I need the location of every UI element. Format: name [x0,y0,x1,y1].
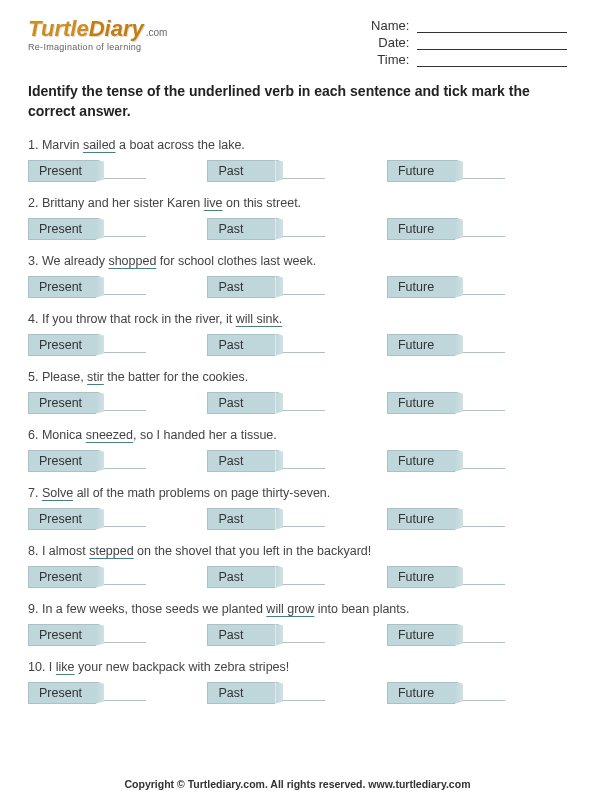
sentence-pre: Please, [42,370,87,384]
option-future-button[interactable]: Future [387,566,455,588]
option-present: Present [28,450,207,472]
option-present: Present [28,508,207,530]
option-past-button[interactable]: Past [207,392,275,414]
question-number: 9. [28,602,42,616]
option-present-button[interactable]: Present [28,566,96,588]
option-present-button[interactable]: Present [28,276,96,298]
option-present-blank[interactable] [104,508,146,527]
question-number: 6. [28,428,42,442]
date-blank[interactable] [417,36,567,50]
option-present-blank[interactable] [104,392,146,411]
option-future: Future [387,276,566,298]
question: 9. In a few weeks, those seeds we plante… [28,602,567,646]
question: 3. We already shopped for school clothes… [28,254,567,298]
question-number: 5. [28,370,42,384]
question-sentence: 8. I almost stepped on the shovel that y… [28,544,567,558]
option-future-button[interactable]: Future [387,334,455,356]
option-future-button[interactable]: Future [387,392,455,414]
option-past-button[interactable]: Past [207,450,275,472]
option-past-button[interactable]: Past [207,334,275,356]
option-past-blank[interactable] [283,276,325,295]
option-present-blank[interactable] [104,682,146,701]
option-past: Past [207,682,386,704]
name-blank[interactable] [417,19,567,33]
logo-text: Turtle Diary .com [28,18,167,40]
sentence-post: all of the math problems on page thirty-… [73,486,330,500]
options-row: PresentPastFuture [28,218,567,240]
option-present-button[interactable]: Present [28,392,96,414]
option-past-blank[interactable] [283,566,325,585]
option-past-button[interactable]: Past [207,276,275,298]
meta-name: Name: [371,18,567,33]
option-future-button[interactable]: Future [387,218,455,240]
option-future-blank[interactable] [463,218,505,237]
option-future-blank[interactable] [463,508,505,527]
option-past-button[interactable]: Past [207,682,275,704]
option-past-button[interactable]: Past [207,508,275,530]
option-present-button[interactable]: Present [28,682,96,704]
option-present-button[interactable]: Present [28,508,96,530]
sentence-pre: I [49,660,56,674]
question-number: 4. [28,312,42,326]
logo: Turtle Diary .com Re-Imagination of lear… [28,18,167,69]
option-present-blank[interactable] [104,160,146,179]
option-past-blank[interactable] [283,682,325,701]
option-present-blank[interactable] [104,218,146,237]
underlined-verb: Solve [42,486,73,500]
time-blank[interactable] [417,53,567,67]
option-past-blank[interactable] [283,624,325,643]
option-present: Present [28,392,207,414]
option-future-button[interactable]: Future [387,624,455,646]
option-future-blank[interactable] [463,392,505,411]
underlined-verb: stir [87,370,104,384]
option-present-button[interactable]: Present [28,160,96,182]
option-past-button[interactable]: Past [207,218,275,240]
option-future-blank[interactable] [463,334,505,353]
option-future-blank[interactable] [463,624,505,643]
option-present-blank[interactable] [104,276,146,295]
instructions: Identify the tense of the underlined ver… [28,81,567,122]
option-present-blank[interactable] [104,334,146,353]
option-future-blank[interactable] [463,566,505,585]
option-past-blank[interactable] [283,392,325,411]
option-past-button[interactable]: Past [207,566,275,588]
option-past-button[interactable]: Past [207,160,275,182]
option-present-button[interactable]: Present [28,334,96,356]
option-future-blank[interactable] [463,160,505,179]
option-past-button[interactable]: Past [207,624,275,646]
option-past-blank[interactable] [283,160,325,179]
option-future-button[interactable]: Future [387,276,455,298]
underlined-verb: will grow [266,602,314,616]
option-present-button[interactable]: Present [28,218,96,240]
meta-date: Date: [371,35,567,50]
option-future-blank[interactable] [463,276,505,295]
option-past-blank[interactable] [283,508,325,527]
option-present-blank[interactable] [104,450,146,469]
sentence-pre: We already [42,254,108,268]
option-past: Past [207,566,386,588]
option-future-button[interactable]: Future [387,682,455,704]
option-past: Past [207,450,386,472]
question-number: 3. [28,254,42,268]
option-past-blank[interactable] [283,334,325,353]
sentence-post: into bean plants. [314,602,409,616]
question: 4. If you throw that rock in the river, … [28,312,567,356]
question: 10. I like your new backpack with zebra … [28,660,567,704]
logo-dotcom: .com [146,28,168,38]
options-row: PresentPastFuture [28,392,567,414]
option-past-blank[interactable] [283,450,325,469]
option-present-blank[interactable] [104,566,146,585]
option-future-blank[interactable] [463,450,505,469]
option-future-button[interactable]: Future [387,450,455,472]
option-present-button[interactable]: Present [28,624,96,646]
option-present-button[interactable]: Present [28,450,96,472]
option-future-button[interactable]: Future [387,160,455,182]
option-present: Present [28,218,207,240]
question-sentence: 5. Please, stir the batter for the cooki… [28,370,567,384]
option-future-button[interactable]: Future [387,508,455,530]
option-present-blank[interactable] [104,624,146,643]
option-future-blank[interactable] [463,682,505,701]
option-past-blank[interactable] [283,218,325,237]
option-past: Past [207,160,386,182]
options-row: PresentPastFuture [28,508,567,530]
